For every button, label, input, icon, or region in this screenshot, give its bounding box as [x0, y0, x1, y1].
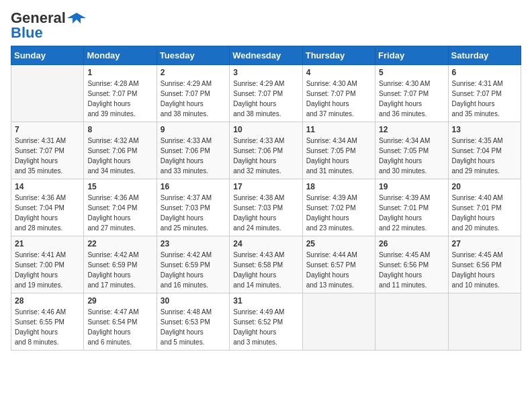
calendar-week-row: 14 Sunrise: 4:36 AM Sunset: 7:04 PM Dayl… [11, 179, 521, 236]
calendar-cell: 15 Sunrise: 4:36 AM Sunset: 7:04 PM Dayl… [84, 179, 157, 236]
day-number: 8 [87, 125, 152, 134]
calendar-cell: 16 Sunrise: 4:37 AM Sunset: 7:03 PM Dayl… [157, 179, 229, 236]
day-info: Sunrise: 4:36 AM Sunset: 7:04 PM Dayligh… [15, 193, 80, 233]
calendar-cell [375, 293, 448, 351]
day-info: Sunrise: 4:37 AM Sunset: 7:03 PM Dayligh… [161, 193, 226, 233]
day-number: 12 [379, 125, 444, 134]
day-info: Sunrise: 4:31 AM Sunset: 7:07 PM Dayligh… [15, 136, 80, 176]
day-info: Sunrise: 4:36 AM Sunset: 7:04 PM Dayligh… [87, 193, 152, 233]
day-number: 21 [15, 239, 80, 248]
day-info: Sunrise: 4:38 AM Sunset: 7:03 PM Dayligh… [233, 193, 298, 233]
calendar-cell: 21 Sunrise: 4:41 AM Sunset: 7:00 PM Dayl… [11, 236, 84, 293]
calendar-cell: 13 Sunrise: 4:35 AM Sunset: 7:04 PM Dayl… [448, 122, 521, 179]
col-header-thursday: Thursday [302, 46, 375, 65]
day-number: 23 [161, 239, 226, 248]
day-number: 9 [161, 125, 226, 134]
calendar-cell: 19 Sunrise: 4:39 AM Sunset: 7:01 PM Dayl… [375, 179, 448, 236]
day-info: Sunrise: 4:33 AM Sunset: 7:06 PM Dayligh… [161, 136, 226, 176]
calendar-cell: 22 Sunrise: 4:42 AM Sunset: 6:59 PM Dayl… [84, 236, 157, 293]
day-info: Sunrise: 4:49 AM Sunset: 6:52 PM Dayligh… [233, 307, 298, 347]
calendar-week-row: 21 Sunrise: 4:41 AM Sunset: 7:00 PM Dayl… [11, 236, 521, 293]
day-info: Sunrise: 4:34 AM Sunset: 7:05 PM Dayligh… [306, 136, 371, 176]
calendar-table: SundayMondayTuesdayWednesdayThursdayFrid… [11, 46, 521, 351]
calendar-cell: 2 Sunrise: 4:29 AM Sunset: 7:07 PM Dayli… [157, 65, 229, 122]
calendar-cell: 28 Sunrise: 4:46 AM Sunset: 6:55 PM Dayl… [11, 293, 84, 351]
day-number: 30 [161, 296, 226, 306]
day-info: Sunrise: 4:48 AM Sunset: 6:53 PM Dayligh… [161, 307, 226, 347]
calendar-cell: 26 Sunrise: 4:45 AM Sunset: 6:56 PM Dayl… [375, 236, 448, 293]
calendar-cell: 30 Sunrise: 4:48 AM Sunset: 6:53 PM Dayl… [157, 293, 229, 351]
calendar-cell: 9 Sunrise: 4:33 AM Sunset: 7:06 PM Dayli… [157, 122, 229, 179]
calendar-week-row: 28 Sunrise: 4:46 AM Sunset: 6:55 PM Dayl… [11, 293, 521, 351]
calendar-week-row: 1 Sunrise: 4:28 AM Sunset: 7:07 PM Dayli… [11, 65, 521, 122]
calendar-cell: 11 Sunrise: 4:34 AM Sunset: 7:05 PM Dayl… [302, 122, 375, 179]
col-header-saturday: Saturday [448, 46, 521, 65]
day-info: Sunrise: 4:40 AM Sunset: 7:01 PM Dayligh… [452, 193, 517, 233]
day-info: Sunrise: 4:43 AM Sunset: 6:58 PM Dayligh… [233, 250, 298, 290]
day-number: 1 [87, 68, 152, 77]
day-info: Sunrise: 4:33 AM Sunset: 7:06 PM Dayligh… [233, 136, 298, 176]
day-info: Sunrise: 4:44 AM Sunset: 6:57 PM Dayligh… [306, 250, 371, 290]
day-info: Sunrise: 4:31 AM Sunset: 7:07 PM Dayligh… [452, 79, 517, 119]
col-header-monday: Monday [84, 46, 157, 65]
calendar-cell: 7 Sunrise: 4:31 AM Sunset: 7:07 PM Dayli… [11, 122, 84, 179]
day-number: 22 [87, 239, 152, 248]
calendar-cell: 5 Sunrise: 4:30 AM Sunset: 7:07 PM Dayli… [375, 65, 448, 122]
day-info: Sunrise: 4:45 AM Sunset: 6:56 PM Dayligh… [452, 250, 517, 290]
day-info: Sunrise: 4:30 AM Sunset: 7:07 PM Dayligh… [306, 79, 371, 119]
calendar-cell [302, 293, 375, 351]
day-info: Sunrise: 4:34 AM Sunset: 7:05 PM Dayligh… [379, 136, 444, 176]
col-header-tuesday: Tuesday [157, 46, 229, 65]
day-info: Sunrise: 4:47 AM Sunset: 6:54 PM Dayligh… [87, 307, 152, 347]
col-header-friday: Friday [375, 46, 448, 65]
day-number: 16 [161, 182, 226, 191]
logo-bird-icon [67, 11, 86, 25]
calendar-cell: 29 Sunrise: 4:47 AM Sunset: 6:54 PM Dayl… [84, 293, 157, 351]
day-info: Sunrise: 4:46 AM Sunset: 6:55 PM Dayligh… [15, 307, 80, 347]
day-info: Sunrise: 4:35 AM Sunset: 7:04 PM Dayligh… [452, 136, 517, 176]
calendar-cell: 18 Sunrise: 4:39 AM Sunset: 7:02 PM Dayl… [302, 179, 375, 236]
calendar-cell: 3 Sunrise: 4:29 AM Sunset: 7:07 PM Dayli… [230, 65, 302, 122]
day-number: 10 [233, 125, 298, 134]
day-info: Sunrise: 4:30 AM Sunset: 7:07 PM Dayligh… [379, 79, 444, 119]
day-info: Sunrise: 4:42 AM Sunset: 6:59 PM Dayligh… [87, 250, 152, 290]
day-number: 27 [452, 239, 517, 248]
logo: General Blue [11, 11, 86, 40]
calendar-cell: 20 Sunrise: 4:40 AM Sunset: 7:01 PM Dayl… [448, 179, 521, 236]
calendar-cell: 31 Sunrise: 4:49 AM Sunset: 6:52 PM Dayl… [230, 293, 302, 351]
day-number: 26 [379, 239, 444, 248]
calendar-cell: 4 Sunrise: 4:30 AM Sunset: 7:07 PM Dayli… [302, 65, 375, 122]
calendar-cell: 10 Sunrise: 4:33 AM Sunset: 7:06 PM Dayl… [230, 122, 302, 179]
day-number: 3 [233, 68, 298, 77]
calendar-cell [448, 293, 521, 351]
calendar-cell: 23 Sunrise: 4:42 AM Sunset: 6:59 PM Dayl… [157, 236, 229, 293]
calendar-cell [11, 65, 84, 122]
day-number: 18 [306, 182, 371, 191]
calendar-cell: 14 Sunrise: 4:36 AM Sunset: 7:04 PM Dayl… [11, 179, 84, 236]
day-info: Sunrise: 4:42 AM Sunset: 6:59 PM Dayligh… [161, 250, 226, 290]
day-number: 2 [161, 68, 226, 77]
day-info: Sunrise: 4:39 AM Sunset: 7:01 PM Dayligh… [379, 193, 444, 233]
day-number: 31 [233, 296, 298, 306]
day-number: 4 [306, 68, 371, 77]
calendar-cell: 27 Sunrise: 4:45 AM Sunset: 6:56 PM Dayl… [448, 236, 521, 293]
day-info: Sunrise: 4:41 AM Sunset: 7:00 PM Dayligh… [15, 250, 80, 290]
day-number: 7 [15, 125, 80, 134]
day-number: 28 [15, 296, 80, 306]
calendar-week-row: 7 Sunrise: 4:31 AM Sunset: 7:07 PM Dayli… [11, 122, 521, 179]
day-number: 11 [306, 125, 371, 134]
logo-blue: Blue [11, 26, 86, 40]
col-header-sunday: Sunday [11, 46, 84, 65]
calendar-cell: 24 Sunrise: 4:43 AM Sunset: 6:58 PM Dayl… [230, 236, 302, 293]
day-info: Sunrise: 4:39 AM Sunset: 7:02 PM Dayligh… [306, 193, 371, 233]
col-header-wednesday: Wednesday [230, 46, 302, 65]
calendar-cell: 6 Sunrise: 4:31 AM Sunset: 7:07 PM Dayli… [448, 65, 521, 122]
day-number: 5 [379, 68, 444, 77]
calendar-cell: 8 Sunrise: 4:32 AM Sunset: 7:06 PM Dayli… [84, 122, 157, 179]
day-info: Sunrise: 4:29 AM Sunset: 7:07 PM Dayligh… [233, 79, 298, 119]
calendar-cell: 25 Sunrise: 4:44 AM Sunset: 6:57 PM Dayl… [302, 236, 375, 293]
logo-general: General [11, 11, 66, 26]
calendar-header-row: SundayMondayTuesdayWednesdayThursdayFrid… [11, 46, 521, 65]
svg-marker-0 [67, 13, 86, 24]
day-number: 15 [87, 182, 152, 191]
